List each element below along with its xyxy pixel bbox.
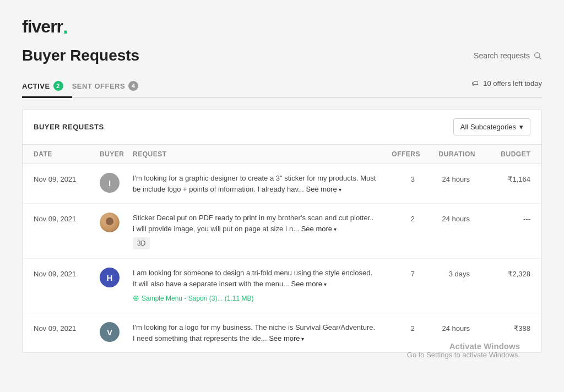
search-box[interactable]: Search requests	[474, 51, 542, 60]
table-row: Nov 09, 2021 Sticker Decal put on PDF re…	[23, 204, 541, 259]
row3-budget: ₹2,328	[475, 268, 530, 278]
row4-budget: ₹388	[475, 322, 530, 333]
row3-see-more[interactable]: See more	[291, 280, 327, 288]
row3-avatar: H	[100, 268, 133, 287]
col-duration: DURATION	[420, 150, 475, 158]
svg-line-1	[539, 57, 541, 59]
logo: fiverr.	[22, 17, 542, 37]
page-wrapper: fiverr. Buyer Requests Search requests A…	[0, 0, 564, 392]
row4-see-more[interactable]: See more	[269, 334, 304, 342]
card-header: BUYER REQUESTS All Subcategories ▾	[23, 110, 541, 145]
row4-request: I'm looking for a logo for my business. …	[133, 322, 376, 344]
search-icon	[533, 51, 542, 60]
row1-duration: 24 hours	[420, 173, 475, 183]
col-buyer: BUYER	[100, 150, 133, 158]
card-title: BUYER REQUESTS	[34, 123, 104, 131]
dropdown-chevron-icon: ▾	[519, 123, 523, 131]
row1-date: Nov 09, 2021	[34, 173, 100, 183]
tabs: ACTIVE 2 SENT OFFERS 4	[22, 75, 147, 97]
tab-sent-offers-label: SENT OFFERS	[72, 82, 126, 90]
row1-avatar: I	[100, 173, 133, 193]
tabs-row: ACTIVE 2 SENT OFFERS 4 🏷 10 offers left …	[22, 75, 542, 98]
row4-avatar: V	[100, 322, 133, 342]
row3-date: Nov 09, 2021	[34, 268, 100, 278]
attachment-icon: ⊕	[133, 292, 139, 304]
header-row: Buyer Requests Search requests	[22, 47, 542, 64]
search-label: Search requests	[474, 51, 530, 60]
logo-dot: .	[63, 17, 68, 37]
row3-attachment[interactable]: ⊕ Sample Menu - Sapori (3)... (1.11 MB)	[133, 292, 376, 304]
subcategory-label: All Subcategories	[460, 123, 516, 131]
main-card: BUYER REQUESTS All Subcategories ▾ DATE …	[22, 109, 542, 353]
offers-left: 🏷 10 offers left today	[471, 79, 542, 93]
avatar: H	[100, 268, 120, 287]
row2-date: Nov 09, 2021	[34, 213, 100, 223]
avatar	[100, 213, 120, 232]
tab-sent-offers-badge: 4	[128, 81, 138, 91]
row4-offers: 2	[376, 322, 420, 333]
row4-duration: 24 hours	[420, 322, 475, 333]
table-header: DATE BUYER REQUEST OFFERS DURATION BUDGE…	[23, 145, 541, 164]
row4-date: Nov 09, 2021	[34, 322, 100, 333]
row2-duration: 24 hours	[420, 213, 475, 223]
subcategory-dropdown[interactable]: All Subcategories ▾	[453, 118, 530, 135]
svg-point-0	[535, 53, 540, 58]
row3-duration: 3 days	[420, 268, 475, 278]
offers-left-text: 10 offers left today	[483, 79, 542, 88]
logo-text: fiverr	[22, 17, 63, 37]
row3-request: I am looking for someone to design a tri…	[133, 268, 376, 304]
table-row: Nov 09, 2021 H I am looking for someone …	[23, 259, 541, 313]
row2-request: Sticker Decal put on PDF ready to print …	[133, 213, 376, 249]
tab-active-badge: 2	[53, 81, 63, 91]
page-title: Buyer Requests	[22, 47, 139, 64]
avatar: V	[100, 322, 120, 342]
avatar: I	[100, 173, 120, 193]
table-row: Nov 09, 2021 V I'm looking for a logo fo…	[23, 313, 541, 352]
offer-icon: 🏷	[471, 79, 479, 88]
col-budget: BUDGET	[475, 150, 530, 158]
row2-offers: 2	[376, 213, 420, 223]
attachment-label: Sample Menu - Sapori (3)... (1.11 MB)	[142, 293, 253, 303]
row2-see-more[interactable]: See more	[301, 225, 337, 233]
row1-budget: ₹1,164	[475, 173, 530, 183]
row2-budget: ---	[475, 213, 530, 223]
row1-request: I'm looking for a graphic designer to cr…	[133, 173, 376, 194]
col-date: DATE	[34, 150, 100, 158]
col-request: REQUEST	[133, 150, 376, 158]
tab-active[interactable]: ACTIVE 2	[22, 75, 72, 98]
tab-sent-offers[interactable]: SENT OFFERS 4	[72, 75, 148, 98]
table-row: Nov 09, 2021 I I'm looking for a graphic…	[23, 164, 541, 204]
row2-tag: 3D	[133, 237, 150, 249]
row2-avatar	[100, 213, 133, 232]
col-offers: OFFERS	[376, 150, 420, 158]
row1-offers: 3	[376, 173, 420, 183]
row1-see-more[interactable]: See more	[306, 185, 341, 193]
tab-active-label: ACTIVE	[22, 82, 50, 90]
row3-offers: 7	[376, 268, 420, 278]
